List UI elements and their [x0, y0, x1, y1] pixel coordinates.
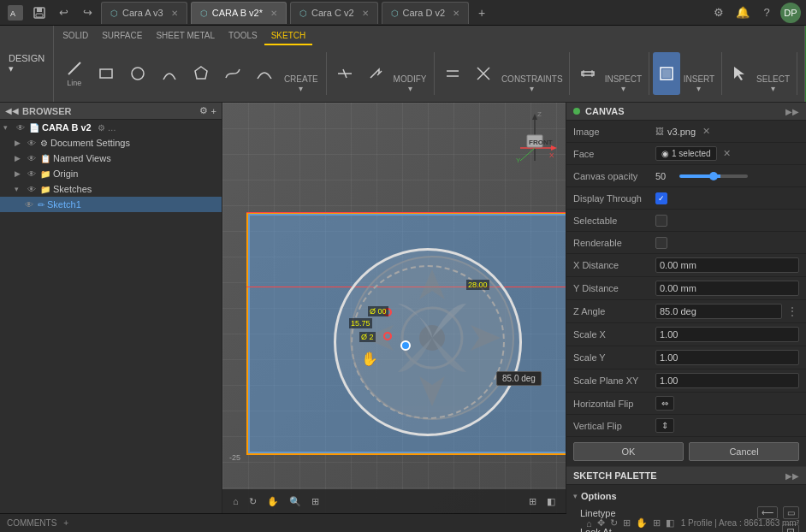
bell-icon[interactable]: 🔔 [732, 3, 753, 23]
grid-bottom-btn[interactable]: ⊞ [653, 517, 661, 529]
add-comment-icon[interactable]: + [63, 518, 68, 528]
tab-surface[interactable]: SURFACE [95, 27, 149, 44]
measure-tool[interactable] [573, 52, 602, 95]
select-label[interactable]: SELECT ▾ [756, 73, 791, 95]
tab-close-cara-b[interactable]: ✕ [270, 9, 277, 18]
renderable-checkbox[interactable] [655, 237, 667, 249]
canvas-area[interactable]: Ø 00 15.75 Ø 2 28.00 85.0 deg -25 ✋ Z [222, 103, 566, 513]
horiz-flip-btn[interactable]: ⇔ [655, 396, 674, 411]
viewport[interactable]: Ø 00 15.75 Ø 2 28.00 85.0 deg -25 ✋ Z [222, 103, 566, 513]
options-section-title[interactable]: ▾ Options [566, 488, 806, 504]
eye-icon[interactable]: 👁 [26, 137, 38, 149]
design-dropdown-btn[interactable]: DESIGN ▾ [0, 26, 54, 102]
canvas-panel-expand-icon[interactable]: ▶▶ [785, 107, 799, 116]
eye-icon[interactable]: 👁 [15, 121, 27, 133]
scale-y-input[interactable] [655, 350, 799, 365]
eye-icon[interactable]: 👁 [23, 198, 35, 210]
scale-x-input[interactable] [655, 327, 799, 342]
browser-item-named-views[interactable]: ▶ 👁 📋 Named Views [0, 151, 222, 166]
settings-icon[interactable]: ⚙ [708, 3, 729, 23]
move-btn[interactable]: ✥ [597, 517, 605, 529]
tab-sheet-metal[interactable]: SHEET METAL [149, 27, 222, 44]
home-view-btn[interactable]: ⌂ [229, 494, 242, 508]
tab-sketch[interactable]: SKETCH [264, 27, 313, 45]
display-mode-btn[interactable]: ◧ [543, 494, 559, 509]
tab-cara-b-v2[interactable]: ⬡ CARA B v2* ✕ [191, 2, 287, 24]
browser-item-sketches[interactable]: ▾ 👁 📁 Sketches [0, 181, 222, 197]
z-angle-menu-btn[interactable]: ⋮ [785, 305, 799, 317]
tab-cara-a-v3[interactable]: ⬡ Cara A v3 ✕ [101, 2, 187, 24]
image-clear-btn[interactable]: ✕ [699, 125, 713, 139]
eye-icon[interactable]: 👁 [26, 183, 38, 195]
opacity-slider[interactable] [679, 174, 748, 178]
trim-tool[interactable] [330, 52, 359, 95]
select-tool[interactable] [726, 52, 754, 95]
eye-icon[interactable]: 👁 [26, 168, 38, 180]
home-btn[interactable]: ⌂ [586, 518, 592, 529]
grid-toggle-btn[interactable]: ⊞ [525, 494, 540, 509]
browser-item-doc-settings[interactable]: ▶ 👁 ⚙ Document Settings [0, 135, 222, 151]
line-tool[interactable]: Line [59, 52, 89, 95]
spline-tool[interactable] [218, 52, 248, 95]
save-btn[interactable] [29, 3, 50, 23]
vert-flip-btn[interactable]: ⇕ [655, 418, 674, 433]
app-logo-btn[interactable]: A [5, 3, 26, 23]
user-avatar[interactable]: DP [780, 3, 801, 23]
tab-close-cara-c[interactable]: ✕ [362, 9, 369, 18]
scale-plane-input[interactable] [655, 373, 799, 388]
z-angle-input[interactable] [655, 304, 782, 319]
undo-btn[interactable]: ↩ [53, 3, 74, 23]
browser-add-icon[interactable]: + [211, 106, 216, 116]
constraints-label[interactable]: CONSTRAINTS ▾ [500, 73, 564, 95]
tab-cara-c-v2[interactable]: ⬡ Cara C v2 ✕ [290, 2, 378, 24]
browser-item-cara-b[interactable]: ▾ 👁 📄 CARA B v2 ⚙ … [0, 120, 222, 135]
canvas-tool[interactable] [653, 52, 681, 95]
polygon-tool[interactable] [186, 52, 216, 95]
tab-tools[interactable]: TOOLS [222, 27, 264, 44]
face-selector-btn[interactable]: ◉ 1 selected [655, 146, 717, 161]
eye-icon[interactable]: 👁 [26, 152, 38, 164]
parallel-tool[interactable] [438, 52, 467, 95]
circle-tool[interactable] [122, 52, 152, 95]
selectable-checkbox[interactable] [655, 215, 667, 227]
arc-tool[interactable] [154, 52, 184, 95]
create-label[interactable]: CREATE ▾ [282, 73, 321, 95]
tab-solid[interactable]: SOLID [56, 27, 95, 44]
zoom-extent-btn[interactable]: ⊞ [623, 517, 631, 529]
conic-tool[interactable] [250, 52, 280, 95]
selected-point[interactable] [400, 340, 411, 351]
help-icon[interactable]: ? [756, 3, 777, 23]
browser-item-origin[interactable]: ▶ 👁 📁 Origin [0, 166, 222, 181]
browser-item-sketch1[interactable]: 👁 ✏ Sketch1 [0, 197, 222, 212]
inspect-label[interactable]: INSPECT ▾ [603, 73, 643, 95]
tab-close-cara-d[interactable]: ✕ [453, 9, 459, 18]
ok-btn[interactable]: OK [573, 442, 684, 461]
pan-bottom-btn[interactable]: ✋ [636, 517, 648, 529]
perpendicular-tool[interactable] [469, 52, 498, 95]
extend-tool[interactable] [361, 52, 390, 95]
modify-label[interactable]: MODIFY ▾ [391, 73, 428, 95]
zoom-fit-btn[interactable]: ⊞ [308, 494, 323, 509]
browser-collapse-btn[interactable]: ◀◀ [5, 106, 19, 115]
tab-add-btn[interactable]: + [472, 3, 491, 22]
browser-settings-icon[interactable]: ⚙ [199, 105, 208, 116]
sketch-palette-expand-icon[interactable]: ▶▶ [785, 471, 799, 481]
cancel-btn[interactable]: Cancel [689, 442, 799, 461]
more-icon[interactable]: … [108, 123, 116, 133]
redo-btn[interactable]: ↪ [77, 3, 98, 23]
display-through-checkbox[interactable] [655, 192, 667, 204]
x-distance-input[interactable] [655, 257, 799, 273]
tab-cara-d-v2[interactable]: ⬡ Cara D v2 ✕ [382, 2, 470, 24]
settings-icon[interactable]: ⚙ [98, 123, 105, 133]
tab-close-cara-a[interactable]: ✕ [171, 9, 178, 18]
rect-tool[interactable] [91, 52, 121, 95]
orbit-btn[interactable]: ↻ [246, 494, 260, 509]
face-clear-btn[interactable]: ✕ [720, 147, 734, 161]
angle-input-popup[interactable]: 85.0 deg [496, 371, 542, 386]
display-bottom-btn[interactable]: ◧ [666, 517, 674, 529]
orbit-btn[interactable]: ↻ [610, 517, 618, 529]
insert-label[interactable]: INSERT ▾ [682, 73, 716, 95]
pan-btn[interactable]: ✋ [264, 494, 282, 509]
zoom-btn[interactable]: 🔍 [286, 494, 305, 509]
y-distance-input[interactable] [655, 281, 799, 296]
